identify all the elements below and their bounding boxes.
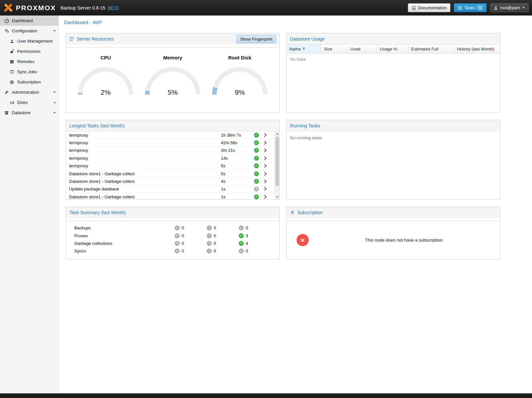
beta-link[interactable]: BETA <box>108 5 119 10</box>
column-header-usage-pct[interactable]: Usage % <box>377 45 408 53</box>
chevron-down-icon[interactable] <box>53 30 56 32</box>
ok-count-icon: ✓ <box>239 241 244 246</box>
warning-count: 0 <box>214 225 216 230</box>
user-icon <box>494 6 498 10</box>
open-task-chevron-icon[interactable] <box>264 133 267 137</box>
task-name: termproxy <box>69 140 221 145</box>
sidebar-item-user-management[interactable]: User Management <box>0 36 58 46</box>
running-tasks-header: Running Tasks <box>287 120 500 131</box>
task-row[interactable]: termproxy 14s ✓ <box>66 154 279 162</box>
column-header-name[interactable]: Name <box>287 45 321 53</box>
user-menu-button[interactable]: root@pam <box>490 3 529 12</box>
sidebar-item-administration[interactable]: Administration <box>0 87 58 97</box>
sidebar-item-label: Configuration <box>12 28 37 33</box>
summary-row-syncs: Syncs ×0 !0 ✓0 <box>66 247 279 255</box>
chevron-down-icon[interactable] <box>53 112 56 114</box>
error-count: 0 <box>182 233 184 238</box>
proxmox-x-icon <box>3 3 13 13</box>
summary-label: Syncs <box>66 249 175 253</box>
sidebar-item-remotes[interactable]: Remotes <box>0 56 58 67</box>
sidebar: Dashboard Configuration User Management … <box>0 16 59 393</box>
sidebar-item-permissions[interactable]: Permissions <box>0 46 58 56</box>
task-summary-header: Task Summary (last Month) <box>66 207 279 218</box>
gauge-value: 2% <box>76 88 135 96</box>
task-row[interactable]: termproxy 42m 58s ✓ <box>66 139 279 147</box>
sidebar-item-configuration[interactable]: Configuration <box>0 26 58 36</box>
warning-count-icon: ! <box>207 233 212 238</box>
cpu-gauge: CPU 2% <box>76 55 135 97</box>
status-ok-icon: ✓ <box>254 140 259 145</box>
tachometer-icon <box>4 18 9 23</box>
task-summary-title: Task Summary (last Month) <box>69 210 125 215</box>
open-task-chevron-icon[interactable] <box>264 164 267 168</box>
summary-row-garbage-collections: Garbage collections ×0 !0 ✓4 <box>66 240 279 247</box>
sidebar-item-datastore[interactable]: Datastore <box>0 108 58 118</box>
longest-tasks-title: Longest Tasks (last Month) <box>69 123 124 128</box>
resources-icon <box>69 37 74 41</box>
longest-tasks-panel: Longest Tasks (last Month) termproxy 1h … <box>66 120 280 200</box>
brand-name: PROXMOX <box>16 4 56 12</box>
scroll-down-arrow-icon[interactable] <box>275 195 279 199</box>
task-row[interactable]: Update package database 1s ? <box>66 185 279 193</box>
open-task-chevron-icon[interactable] <box>264 195 267 199</box>
status-ok-icon: ✓ <box>254 171 259 176</box>
sidebar-item-label: Sync Jobs <box>17 69 37 74</box>
tasks-count-badge: 0 <box>477 5 483 11</box>
sidebar-item-sync-jobs[interactable]: Sync Jobs <box>0 67 58 77</box>
column-header-size[interactable]: Size <box>321 45 348 53</box>
column-header-history[interactable]: History (last Month) <box>454 45 500 53</box>
task-row[interactable]: termproxy 5s ✓ <box>66 162 279 170</box>
chevron-right-icon[interactable] <box>54 101 56 104</box>
column-header-used[interactable]: Used <box>348 45 377 53</box>
sidebar-item-dashboard[interactable]: Dashboard <box>0 16 58 26</box>
task-duration: 3m 21s <box>221 148 253 153</box>
server-resources-panel: Server Resources Show Fingerprint CPU 2% <box>66 33 280 113</box>
scrollbar[interactable] <box>274 131 279 199</box>
sidebar-item-subscription[interactable]: Subscription <box>0 77 58 87</box>
hdd-icon <box>9 100 15 105</box>
product-version: Backup Server 0.8-15 <box>60 5 105 11</box>
archive-icon <box>4 110 9 116</box>
open-task-chevron-icon[interactable] <box>264 148 267 152</box>
chevron-down-icon[interactable] <box>53 91 56 93</box>
task-duration: 1s <box>221 194 253 199</box>
sort-ascending-icon <box>302 47 305 50</box>
column-header-estimated-full[interactable]: Estimated Full <box>408 45 454 53</box>
datastore-usage-body: Name Size Used Usage % Estimated Full Hi… <box>287 45 500 113</box>
task-row[interactable]: Datastore store1 - Garbage collect 1s ✓ <box>66 193 279 199</box>
scrollbar-thumb[interactable] <box>275 137 279 186</box>
running-tasks-panel: Running Tasks No running tasks <box>286 120 500 200</box>
open-task-chevron-icon[interactable] <box>264 141 267 145</box>
error-count-icon: × <box>175 249 180 253</box>
warning-count: 0 <box>214 249 216 253</box>
sidebar-item-disks[interactable]: Disks <box>0 97 58 108</box>
show-fingerprint-button[interactable]: Show Fingerprint <box>236 35 276 43</box>
chevron-down-icon <box>522 7 525 9</box>
tasks-button[interactable]: Tasks 0 <box>454 3 487 12</box>
summary-row-backups: Backups ×0 !0 ✓0 <box>66 224 279 232</box>
error-count-icon: × <box>175 241 180 246</box>
open-task-chevron-icon[interactable] <box>264 179 267 183</box>
refresh-icon <box>9 69 15 75</box>
running-tasks-title: Running Tasks <box>290 123 320 128</box>
open-task-chevron-icon[interactable] <box>264 187 267 191</box>
open-task-chevron-icon[interactable] <box>264 156 267 160</box>
server-resources-title: Server Resources <box>77 36 114 42</box>
gauge-value: 5% <box>143 88 202 96</box>
support-icon <box>9 80 15 85</box>
task-row[interactable]: Datastore store1 - Garbage collect 5s ✓ <box>66 170 279 178</box>
open-task-chevron-icon[interactable] <box>264 172 267 176</box>
gears-icon <box>4 28 9 34</box>
scroll-up-arrow-icon[interactable] <box>275 131 279 136</box>
task-row[interactable]: termproxy 1h 38m 7s ✓ <box>66 131 279 139</box>
no-subscription-icon: × <box>297 234 309 246</box>
sidebar-item-label: Remotes <box>17 59 34 64</box>
documentation-button[interactable]: Documentation <box>408 3 450 12</box>
task-name: Update package database <box>69 186 221 191</box>
task-name: termproxy <box>69 133 221 138</box>
error-count-icon: × <box>175 233 180 238</box>
task-row[interactable]: Datastore store1 - Garbage collect 4s ✓ <box>66 178 279 185</box>
subscription-title: Subscription <box>297 210 323 215</box>
task-row[interactable]: termproxy 3m 21s ✓ <box>66 147 279 154</box>
longest-tasks-list: termproxy 1h 38m 7s ✓ termproxy 42m 58s … <box>66 131 279 199</box>
